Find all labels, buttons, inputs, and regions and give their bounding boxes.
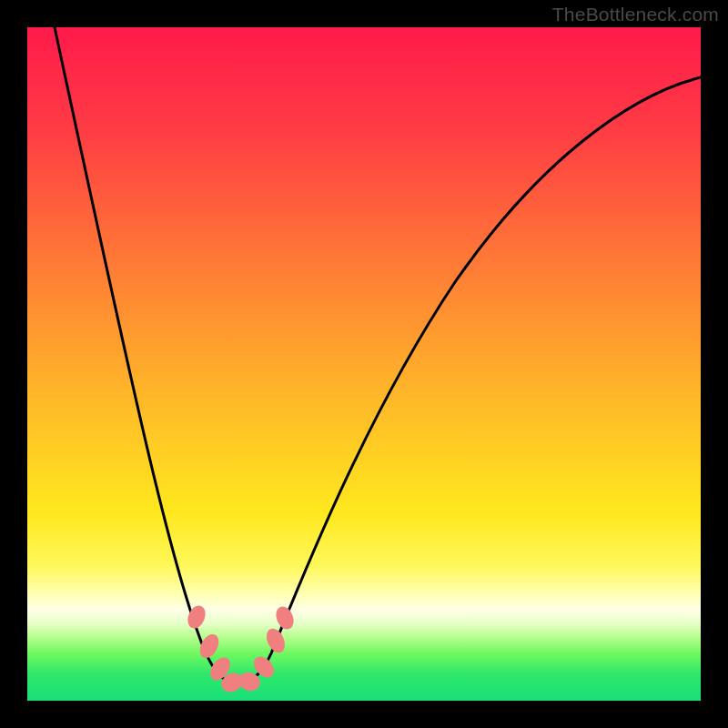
curve-marker (263, 626, 288, 656)
chart-frame: TheBottleneck.com (0, 0, 728, 728)
bottleneck-curve (55, 27, 701, 682)
plot-area (27, 27, 701, 701)
watermark-text: TheBottleneck.com (552, 4, 719, 25)
curve-marker (273, 604, 297, 632)
curve-layer (27, 27, 701, 701)
